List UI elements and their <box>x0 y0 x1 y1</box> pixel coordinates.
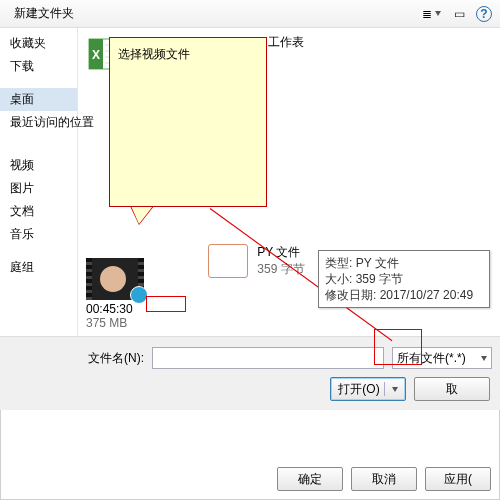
file-tooltip: 类型: PY 文件 大小: 359 字节 修改日期: 2017/10/27 20… <box>318 250 490 308</box>
sidebar-item-music[interactable]: 音乐 <box>0 223 77 246</box>
annotation-box-video <box>146 296 186 312</box>
chevron-down-icon <box>435 11 441 16</box>
video-size: 375 MB <box>86 316 144 330</box>
tooltip-date: 修改日期: 2017/10/27 20:49 <box>325 287 483 303</box>
new-folder-button[interactable]: 新建文件夹 <box>8 3 80 24</box>
parent-dialog: 确定 取消 应用( <box>0 410 500 500</box>
chevron-down-icon <box>481 356 487 361</box>
file-item-py[interactable]: PY 文件 359 字节 <box>208 244 305 278</box>
open-button[interactable]: 打开(O) <box>330 377 406 401</box>
video-duration: 00:45:30 <box>86 302 144 316</box>
sidebar-item-homegroup[interactable]: 庭组 <box>0 256 77 279</box>
sidebar-item-recent[interactable]: 最近访问的位置 <box>0 111 77 134</box>
sidebar-item-downloads[interactable]: 下载 <box>0 55 77 78</box>
filename-input[interactable] <box>152 347 384 369</box>
sidebar-item-pictures[interactable]: 图片 <box>0 177 77 200</box>
file-meta: 00:45:30 375 MB <box>86 302 144 330</box>
toolbar: 新建文件夹 ≣ ▭ ? <box>0 0 500 28</box>
tooltip-size: 大小: 359 字节 <box>325 271 483 287</box>
callout-text: 选择视频文件 <box>118 47 190 61</box>
sidebar-item-documents[interactable]: 文档 <box>0 200 77 223</box>
sidebar-item-desktop[interactable]: 桌面 <box>0 88 77 111</box>
help-icon[interactable]: ? <box>476 6 492 22</box>
py-file-icon <box>208 244 248 278</box>
bottom-bar: 文件名(N): 所有文件(*.*) 打开(O) 取 <box>0 336 500 410</box>
apply-button[interactable]: 应用( <box>425 467 491 491</box>
cancel-button[interactable]: 取 <box>414 377 490 401</box>
video-thumbnail-icon <box>86 258 144 300</box>
svg-text:X: X <box>92 48 100 62</box>
view-mode-button[interactable]: ≣ <box>420 4 442 24</box>
cancel-button[interactable]: 取消 <box>351 467 417 491</box>
chevron-down-icon <box>392 387 398 392</box>
preview-pane-button[interactable]: ▭ <box>448 4 470 24</box>
callout-tail <box>131 206 153 224</box>
file-open-dialog: 新建文件夹 ≣ ▭ ? 收藏夹 下载 桌面 最近访问的位置 视频 图片 文档 音… <box>0 0 500 410</box>
annotation-callout: 选择视频文件 <box>109 37 267 207</box>
sidebar-item-favorites[interactable]: 收藏夹 <box>0 32 77 55</box>
ok-button[interactable]: 确定 <box>277 467 343 491</box>
sidebar-item-videos[interactable]: 视频 <box>0 154 77 177</box>
tooltip-type: 类型: PY 文件 <box>325 255 483 271</box>
file-item-video[interactable]: 00:45:30 375 MB <box>86 258 144 330</box>
filename-label: 文件名(N): <box>88 350 144 367</box>
sidebar: 收藏夹 下载 桌面 最近访问的位置 视频 图片 文档 音乐 庭组 <box>0 28 78 336</box>
